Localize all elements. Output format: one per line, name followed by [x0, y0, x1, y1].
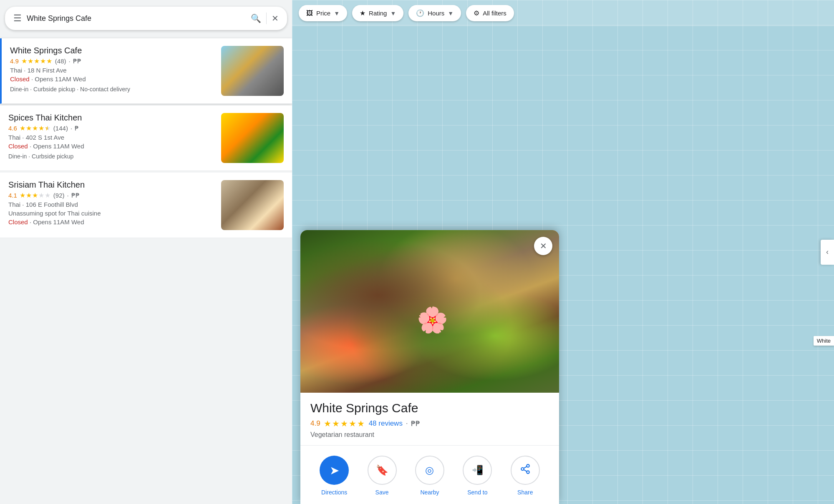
detail-price: ₱₱	[411, 419, 420, 428]
services-2: Dine-in · Curbside pickup	[8, 153, 214, 160]
share-icon-circle	[511, 456, 540, 485]
send-to-icon-circle: 📲	[463, 456, 492, 485]
rating-row-3: 4.1 ★★★★★ (92) · ₱₱	[8, 191, 214, 199]
directions-icon-circle: ➤	[320, 456, 349, 485]
all-filters-icon: ⚙	[474, 9, 479, 17]
hours-icon: 🕐	[416, 9, 424, 17]
close-detail-button[interactable]: ✕	[534, 237, 552, 255]
card-image-1	[221, 46, 284, 96]
cuisine-address-1: Thai · 18 N First Ave	[10, 67, 214, 74]
cuisine-address-2: Thai · 402 S 1st Ave	[8, 134, 214, 141]
detail-photo[interactable]	[300, 230, 559, 393]
rating-num-2: 4.6	[8, 125, 17, 132]
search-input[interactable]	[27, 14, 246, 23]
detail-stars: ★★★★★	[324, 419, 365, 429]
save-icon-circle: 🔖	[368, 456, 397, 485]
restaurant-name-3: Srisiam Thai Kitchen	[8, 180, 214, 190]
filter-bar: 🖼 Price ▼ ★ Rating ▼ 🕐 Hours ▼ ⚙ All fil…	[292, 0, 834, 26]
stars-2: ★★★★★★	[20, 124, 51, 132]
results-list: White Springs Cafe 4.9 ★★★★★ (48) · ₱₱ T…	[0, 37, 292, 504]
result-card-white-springs[interactable]: White Springs Cafe 4.9 ★★★★★ (48) · ₱₱ T…	[0, 38, 292, 104]
svg-point-2	[527, 471, 529, 474]
filter-hours-label: Hours	[428, 10, 444, 17]
rating-row-1: 4.9 ★★★★★ (48) · ₱₱	[10, 57, 214, 65]
detail-reviews-link[interactable]: 48 reviews	[369, 419, 403, 428]
save-label: Save	[375, 489, 389, 496]
filter-price-label: Price	[316, 10, 330, 17]
send-to-label: Send to	[467, 489, 487, 496]
scroll-indicator[interactable]: ‹	[821, 240, 834, 265]
price-icon: 🖼	[306, 10, 313, 17]
action-buttons: ➤ Directions 🔖 Save ◎ Nearby	[310, 452, 549, 497]
nearby-label: Nearby	[420, 489, 439, 496]
card-content-srisiam: Srisiam Thai Kitchen 4.1 ★★★★★ (92) · ₱₱…	[8, 180, 214, 227]
filter-all[interactable]: ⚙ All filters	[466, 5, 514, 21]
directions-button[interactable]: ➤ Directions	[311, 456, 357, 496]
filter-all-label: All filters	[483, 10, 506, 17]
rating-num-3: 4.1	[8, 192, 17, 199]
price-dropdown-icon: ▼	[334, 10, 340, 17]
nearby-button[interactable]: ◎ Nearby	[407, 456, 453, 496]
status-hours-2: Closed · Opens 11AM Wed	[8, 143, 214, 150]
card-content-spices: Spices Thai Kitchen 4.6 ★★★★★★ (144) · ₱…	[8, 113, 214, 160]
share-button[interactable]: Share	[502, 456, 548, 496]
filter-hours[interactable]: 🕐 Hours ▼	[408, 5, 461, 21]
price-3: ₱₱	[71, 192, 80, 199]
clear-search-icon[interactable]: ✕	[272, 13, 279, 23]
status-closed-1: Closed	[10, 75, 30, 83]
share-icon	[520, 464, 531, 477]
cuisine-address-3: Thai · 106 E Foothill Blvd	[8, 201, 214, 208]
status-hours-1: Closed · Opens 11AM Wed	[10, 75, 214, 83]
reviews-3: (92)	[53, 192, 65, 199]
save-button[interactable]: 🔖 Save	[359, 456, 405, 496]
detail-rating-row: 4.9 ★★★★★ 48 reviews · ₱₱	[310, 419, 549, 429]
svg-line-4	[524, 466, 527, 468]
restaurant-name-2: Spices Thai Kitchen	[8, 113, 214, 123]
svg-point-1	[521, 468, 524, 471]
card-image-3	[221, 180, 284, 230]
services-1: Dine-in · Curbside pickup · No-contact d…	[10, 86, 214, 93]
filter-price[interactable]: 🖼 Price ▼	[299, 5, 347, 21]
filter-rating[interactable]: ★ Rating ▼	[352, 5, 403, 21]
price-2: ₱	[75, 125, 79, 132]
directions-icon: ➤	[330, 464, 339, 477]
description-3: Unassuming spot for Thai cuisine	[8, 210, 214, 217]
rating-row-2: 4.6 ★★★★★★ (144) · ₱	[8, 124, 214, 132]
search-icon[interactable]: 🔍	[251, 13, 261, 23]
result-card-spices[interactable]: Spices Thai Kitchen 4.6 ★★★★★★ (144) · ₱…	[0, 105, 292, 171]
save-icon: 🔖	[376, 464, 388, 476]
price-1: ₱₱	[73, 58, 81, 65]
nearby-icon: ◎	[425, 464, 434, 476]
detail-restaurant-name: White Springs Cafe	[310, 401, 549, 415]
detail-divider	[300, 445, 559, 446]
send-to-icon: 📲	[472, 465, 483, 476]
rating-dropdown-icon: ▼	[390, 10, 396, 17]
share-label: Share	[517, 489, 533, 496]
detail-rating-num: 4.9	[310, 419, 320, 428]
map-area: 🖼 Price ▼ ★ Rating ▼ 🕐 Hours ▼ ⚙ All fil…	[292, 0, 834, 504]
send-to-button[interactable]: 📲 Send to	[454, 456, 500, 496]
chevron-left-icon: ‹	[826, 248, 829, 256]
menu-icon[interactable]: ☰	[13, 13, 22, 24]
rating-num-1: 4.9	[10, 58, 19, 65]
detail-card: ✕ White Springs Cafe 4.9 ★★★★★ 48 review…	[300, 230, 559, 504]
left-panel: ☰ 🔍 ✕ White Springs Cafe 4.9 ★★★★★ (48) …	[0, 0, 292, 504]
detail-type: Vegetarian restaurant	[310, 431, 549, 439]
status-hours-3: Closed · Opens 11AM Wed	[8, 218, 214, 226]
status-closed-2: Closed	[8, 143, 28, 150]
status-closed-3: Closed	[8, 218, 28, 226]
card-image-2	[221, 113, 284, 163]
stars-3: ★★★★★	[20, 191, 51, 199]
edge-label: White	[814, 336, 834, 346]
card-content-white-springs: White Springs Cafe 4.9 ★★★★★ (48) · ₱₱ T…	[10, 46, 214, 93]
search-bar: ☰ 🔍 ✕	[5, 7, 287, 30]
result-card-srisiam[interactable]: Srisiam Thai Kitchen 4.1 ★★★★★ (92) · ₱₱…	[0, 173, 292, 238]
svg-line-3	[524, 470, 527, 471]
reviews-1: (48)	[55, 58, 66, 65]
hours-dropdown-icon: ▼	[448, 10, 454, 17]
directions-label: Directions	[321, 489, 347, 496]
stars-1: ★★★★★	[21, 57, 53, 65]
restaurant-name-1: White Springs Cafe	[10, 46, 214, 55]
rating-icon: ★	[360, 9, 365, 17]
reviews-2: (144)	[53, 125, 68, 132]
